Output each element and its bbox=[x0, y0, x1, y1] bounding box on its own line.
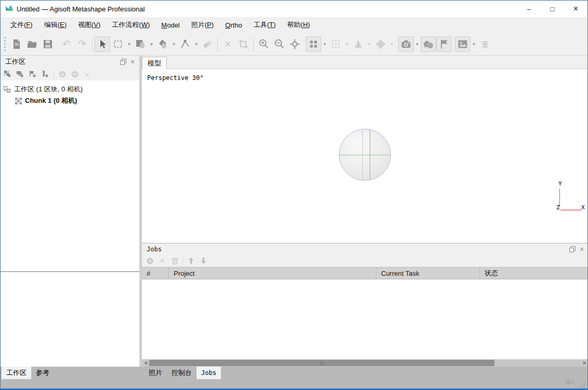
bottom-tab-reference[interactable]: 参考 bbox=[31, 367, 54, 379]
workspace-tree: 工作区 (1 区块, 0 相机) Chunk 1 (0 相机) bbox=[1, 80, 139, 271]
select-arrow-button[interactable] bbox=[95, 36, 110, 52]
metashape-logo-icon bbox=[5, 4, 14, 14]
resize-grip[interactable] bbox=[577, 380, 585, 388]
menu-bar: 文件(F) 编辑(E) 视图(V) 工作流程(W) Model 照片(P) Or… bbox=[1, 17, 587, 33]
open-project-button[interactable] bbox=[24, 36, 40, 52]
scroll-left-arrow[interactable] bbox=[142, 359, 149, 367]
column-header-current-task[interactable]: Current Task bbox=[376, 267, 480, 279]
show-markers-button[interactable] bbox=[436, 36, 452, 52]
move-region-button[interactable] bbox=[133, 36, 148, 52]
app-window: Untitled — Agisoft Metashape Professiona… bbox=[0, 0, 588, 390]
show-dem-button[interactable] bbox=[477, 36, 493, 52]
menu-ortho[interactable]: Ortho bbox=[219, 19, 248, 31]
add-scalebar-button[interactable] bbox=[40, 69, 50, 79]
new-document-button[interactable] bbox=[9, 36, 24, 52]
jobs-float-button[interactable] bbox=[568, 245, 577, 254]
move-job-up-button[interactable] bbox=[186, 256, 195, 265]
tab-model[interactable]: 模型 bbox=[142, 57, 167, 69]
menu-file[interactable]: 文件(F) bbox=[5, 18, 38, 32]
zoom-in-button[interactable] bbox=[256, 36, 271, 52]
delete-selection-button[interactable]: × bbox=[220, 36, 236, 52]
bottom-tab-workspace[interactable]: 工作区 bbox=[2, 367, 31, 379]
close-button[interactable]: × bbox=[564, 1, 587, 17]
undo-button[interactable]: ↶ bbox=[59, 36, 74, 52]
region-sphere[interactable] bbox=[339, 129, 391, 181]
rectangle-selection-button[interactable] bbox=[110, 36, 126, 52]
menu-view[interactable]: 视图(V) bbox=[72, 18, 106, 32]
crop-selection-button[interactable] bbox=[236, 36, 251, 52]
add-chunk-button[interactable] bbox=[3, 69, 13, 79]
minimize-button[interactable]: – bbox=[517, 1, 541, 17]
menu-help[interactable]: 帮助(H) bbox=[281, 18, 316, 32]
menu-tools[interactable]: 工具(T) bbox=[248, 18, 282, 32]
eraser-button[interactable] bbox=[200, 36, 215, 52]
rotate-region-button[interactable] bbox=[155, 36, 171, 52]
images-dropdown[interactable]: ▾ bbox=[471, 36, 477, 52]
workspace-toolbar: × bbox=[1, 68, 139, 80]
tree-item-label: Chunk 1 (0 相机) bbox=[25, 96, 77, 105]
scrollbar-thumb[interactable] bbox=[149, 360, 494, 366]
workspace-float-button[interactable] bbox=[119, 57, 128, 66]
move-region-dropdown[interactable]: ▾ bbox=[148, 36, 155, 52]
add-photos-button[interactable] bbox=[15, 69, 25, 79]
menu-photo[interactable]: 照片(P) bbox=[186, 18, 219, 32]
show-point-cloud-button[interactable] bbox=[306, 36, 321, 52]
jobs-panel-header: Jobs × bbox=[142, 244, 588, 254]
bottom-tab-photos[interactable]: 照片 bbox=[144, 367, 167, 379]
dense-cloud-dropdown[interactable]: ▾ bbox=[344, 36, 350, 52]
point-cloud-dropdown[interactable]: ▾ bbox=[321, 36, 328, 52]
axis-x-line bbox=[560, 210, 581, 210]
axis-x-label: X bbox=[581, 204, 585, 211]
mesh-dropdown[interactable]: ▾ bbox=[366, 36, 373, 52]
add-marker-button[interactable] bbox=[28, 69, 38, 79]
zoom-out-button[interactable] bbox=[271, 36, 287, 52]
bottom-tab-jobs[interactable]: Jobs bbox=[197, 367, 221, 379]
jobs-close-button[interactable]: × bbox=[577, 245, 586, 254]
show-cameras-button[interactable] bbox=[398, 36, 414, 52]
remove-item-button[interactable]: × bbox=[82, 69, 93, 79]
ruler-dropdown[interactable]: ▾ bbox=[193, 36, 200, 52]
show-dense-cloud-button[interactable] bbox=[328, 36, 344, 52]
redo-button[interactable]: ↷ bbox=[74, 36, 90, 52]
show-images-button[interactable] bbox=[455, 36, 471, 52]
show-mesh-button[interactable] bbox=[350, 36, 366, 52]
move-job-down-button[interactable] bbox=[199, 256, 208, 265]
tree-item-workspace[interactable]: 工作区 (1 区块, 0 相机) bbox=[1, 84, 139, 95]
menu-model[interactable]: Model bbox=[155, 19, 185, 31]
bottom-dock-bar: 工作区 参考 照片 控制台 Jobs bbox=[1, 367, 587, 389]
rectangle-selection-dropdown[interactable]: ▾ bbox=[126, 36, 133, 52]
axis-gizmo: Y Z X bbox=[555, 180, 586, 213]
column-header-number[interactable]: # bbox=[142, 267, 169, 279]
ruler-button[interactable] bbox=[177, 36, 193, 52]
column-header-project[interactable]: Project bbox=[169, 267, 376, 279]
window-title: Untitled — Agisoft Metashape Professiona… bbox=[17, 5, 145, 13]
workspace-close-button[interactable]: × bbox=[128, 57, 137, 66]
menu-workflow[interactable]: 工作流程(W) bbox=[106, 18, 155, 32]
show-shapes-button[interactable] bbox=[421, 36, 436, 52]
workspace-dock: 工作区 × × bbox=[1, 56, 139, 367]
jobs-panel: Jobs × × bbox=[142, 243, 588, 359]
menu-edit[interactable]: 编辑(E) bbox=[38, 18, 72, 32]
main-toolbar: ↶ ↷ ▾ ▾ ▾ ▾ × bbox=[1, 33, 587, 56]
save-project-button[interactable] bbox=[40, 36, 56, 52]
bottom-tab-console[interactable]: 控制台 bbox=[167, 367, 197, 379]
scroll-right-arrow[interactable] bbox=[581, 359, 588, 367]
tiled-model-dropdown[interactable]: ▾ bbox=[388, 36, 395, 52]
delete-job-button[interactable] bbox=[170, 256, 179, 265]
cameras-dropdown[interactable]: ▾ bbox=[414, 36, 421, 52]
scrollbar-track[interactable] bbox=[149, 359, 581, 367]
reset-view-button[interactable] bbox=[287, 36, 303, 52]
run-job-button[interactable] bbox=[145, 256, 154, 265]
rotate-region-dropdown[interactable]: ▾ bbox=[171, 36, 177, 52]
jobs-table-header: # Project Current Task 状态 bbox=[142, 267, 588, 279]
tree-item-chunk[interactable]: Chunk 1 (0 相机) bbox=[1, 95, 139, 106]
horizontal-scrollbar[interactable] bbox=[142, 359, 588, 367]
enable-item-button[interactable] bbox=[57, 69, 68, 79]
maximize-button[interactable]: □ bbox=[541, 1, 564, 17]
cancel-job-button[interactable]: × bbox=[158, 256, 167, 265]
show-tiled-model-button[interactable] bbox=[373, 36, 388, 52]
model-viewport[interactable]: Perspective 30° Y Z X bbox=[142, 69, 588, 243]
disable-item-button[interactable] bbox=[70, 69, 80, 79]
toolbar-grip-handle[interactable] bbox=[2, 36, 7, 52]
column-header-status[interactable]: 状态 bbox=[480, 267, 588, 279]
